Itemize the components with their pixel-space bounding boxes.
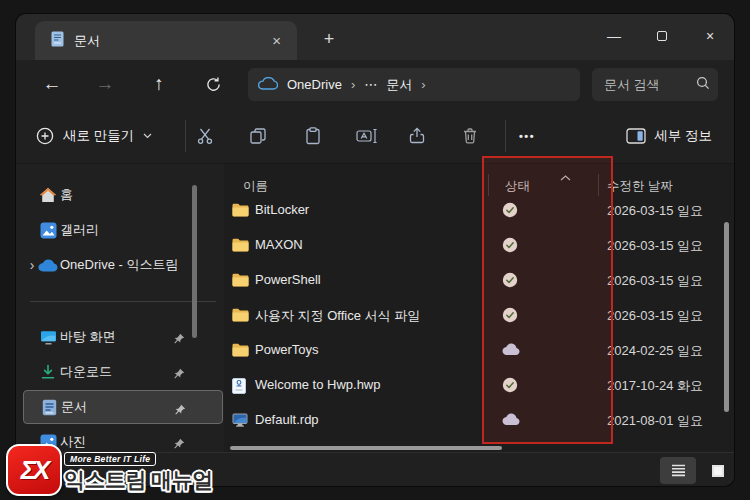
- large-icons-view-icon: [712, 465, 724, 477]
- copy-icon: [248, 126, 268, 146]
- delete-button[interactable]: [456, 122, 484, 150]
- folder-icon: [232, 308, 249, 326]
- file-name: PowerShell: [255, 272, 321, 287]
- screenshot-root: 문서 × + — × ← → ↑ OneDrive › ⋯ 문서: [0, 0, 750, 500]
- sidebar-item-label: 갤러리: [60, 221, 201, 239]
- clipboard-icon: [303, 126, 323, 146]
- sidebar-scrollbar[interactable]: [192, 185, 197, 338]
- breadcrumb-root[interactable]: OneDrive: [287, 77, 342, 92]
- sidebar-item-downloads[interactable]: 다운로드: [23, 355, 223, 389]
- documents-icon: [39, 399, 59, 416]
- details-view-button[interactable]: [660, 457, 696, 484]
- sidebar-item-label: 홈: [60, 186, 201, 204]
- navigation-pane: 홈 갤러리 › OneDrive - 익스트림 바탕 화면: [16, 164, 238, 452]
- file-name: MAXON: [255, 237, 303, 252]
- sidebar-item-documents[interactable]: 문서: [23, 390, 223, 424]
- folder-icon: [232, 238, 249, 256]
- file-date: 2026-03-15 일요: [607, 237, 703, 255]
- copy-button[interactable]: [244, 122, 272, 150]
- tab-close-button[interactable]: ×: [268, 33, 285, 48]
- file-list-pane: 이름 상태 수정한 날짜 BitLocker 2026-03-15 일요: [224, 164, 734, 452]
- onedrive-cloud-icon: [258, 76, 278, 94]
- title-bar: 문서 × + — ×: [16, 14, 734, 60]
- window-controls: — ×: [590, 14, 734, 58]
- details-pane-button[interactable]: 세부 정보: [626, 122, 712, 150]
- search-box[interactable]: [592, 68, 718, 101]
- watermark-tagline: More Better IT Life: [64, 452, 156, 466]
- rename-button[interactable]: [353, 122, 381, 150]
- home-icon: [38, 187, 58, 203]
- back-button[interactable]: ←: [35, 60, 69, 108]
- navigation-bar: ← → ↑ OneDrive › ⋯ 문서 ›: [16, 60, 734, 108]
- watermark: ΣX More Better IT Life 익스트림 매뉴얼: [6, 444, 213, 496]
- share-icon: [407, 126, 427, 146]
- refresh-button[interactable]: [196, 60, 230, 108]
- hwp-file-icon: [232, 378, 246, 398]
- new-tab-button[interactable]: +: [312, 22, 346, 56]
- minimize-button[interactable]: —: [590, 14, 638, 58]
- chevron-down-icon: [143, 133, 152, 139]
- file-row[interactable]: MAXON 2026-03-15 일요: [224, 228, 734, 263]
- watermark-logo-text: ΣX: [21, 455, 48, 486]
- search-input[interactable]: [604, 77, 696, 92]
- share-button[interactable]: [403, 122, 431, 150]
- expand-chevron-icon[interactable]: ›: [26, 257, 38, 273]
- toolbar-divider: [505, 120, 506, 152]
- file-rows: BitLocker 2026-03-15 일요 MAXON 2026-03-15…: [224, 193, 734, 438]
- sidebar-item-label: OneDrive - 익스트림: [60, 256, 201, 274]
- see-more-button[interactable]: •••: [519, 122, 535, 150]
- file-row[interactable]: BitLocker 2026-03-15 일요: [224, 193, 734, 228]
- folder-icon: [232, 273, 249, 291]
- new-item-button[interactable]: 새로 만들기: [36, 122, 152, 150]
- paste-button[interactable]: [299, 122, 327, 150]
- command-bar: 새로 만들기 •••: [16, 108, 734, 164]
- breadcrumb-overflow[interactable]: ⋯: [364, 77, 377, 92]
- file-row[interactable]: Welcome to Hwp.hwp 2017-10-24 화요: [224, 368, 734, 403]
- file-row[interactable]: PowerToys 2024-02-25 일요: [224, 333, 734, 368]
- explorer-body: 홈 갤러리 › OneDrive - 익스트림 바탕 화면: [16, 164, 734, 452]
- toolbar-divider: [185, 120, 186, 152]
- up-button[interactable]: ↑: [142, 60, 176, 108]
- scissors-icon: [195, 126, 215, 146]
- file-row[interactable]: PowerShell 2026-03-15 일요: [224, 263, 734, 298]
- folder-icon: [232, 203, 249, 221]
- sidebar-separator: [30, 301, 216, 302]
- file-date: 2021-08-01 일요: [607, 412, 703, 430]
- explorer-tab[interactable]: 문서 ×: [35, 21, 297, 60]
- horizontal-scrollbar[interactable]: [230, 446, 502, 450]
- cut-button[interactable]: [191, 122, 219, 150]
- file-date: 2026-03-15 일요: [607, 202, 703, 220]
- file-row[interactable]: 사용자 지정 Office 서식 파일 2026-03-15 일요: [224, 298, 734, 333]
- trash-icon: [460, 126, 480, 146]
- maximize-button[interactable]: [638, 14, 686, 58]
- tab-title: 문서: [74, 32, 268, 50]
- file-row[interactable]: Default.rdp 2021-08-01 일요: [224, 403, 734, 438]
- file-explorer-window: 문서 × + — × ← → ↑ OneDrive › ⋯ 문서: [16, 14, 734, 486]
- address-bar[interactable]: OneDrive › ⋯ 문서 ›: [248, 68, 580, 101]
- annotation-highlight-rectangle: [482, 156, 613, 444]
- rename-icon: [356, 126, 378, 146]
- file-name: Default.rdp: [255, 412, 319, 427]
- new-item-label: 새로 만들기: [63, 127, 134, 145]
- maximize-icon: [657, 31, 667, 41]
- close-button[interactable]: ×: [686, 14, 734, 58]
- refresh-icon: [205, 76, 222, 93]
- file-date: 2026-03-15 일요: [607, 272, 703, 290]
- forward-button[interactable]: →: [88, 60, 122, 108]
- pin-icon: [173, 366, 185, 384]
- document-tab-icon: [51, 31, 64, 51]
- plus-circle-icon: [36, 127, 54, 145]
- watermark-logo-icon: ΣX: [6, 444, 62, 496]
- vertical-scrollbar[interactable]: [724, 222, 729, 412]
- folder-icon: [232, 343, 249, 361]
- breadcrumb-chevron-icon: ›: [351, 77, 355, 92]
- file-name: PowerToys: [255, 342, 319, 357]
- icons-view-button[interactable]: [700, 457, 734, 484]
- breadcrumb-current[interactable]: 문서: [386, 76, 412, 94]
- file-date: 2026-03-15 일요: [607, 307, 703, 325]
- download-icon: [38, 364, 58, 380]
- file-name: 사용자 지정 Office 서식 파일: [255, 307, 420, 325]
- gallery-icon: [38, 222, 58, 239]
- file-date: 2024-02-25 일요: [607, 342, 703, 360]
- watermark-title: 익스트림 매뉴얼: [64, 466, 213, 494]
